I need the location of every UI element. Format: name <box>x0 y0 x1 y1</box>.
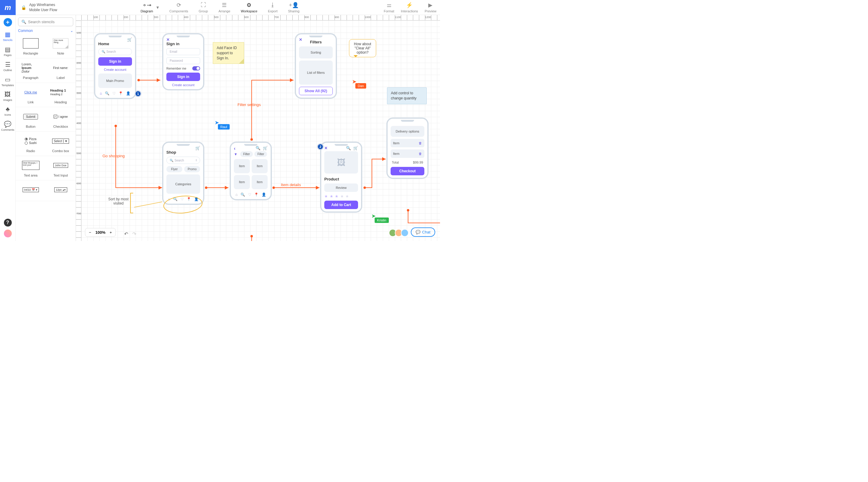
user-icon[interactable]: 👤 <box>194 197 198 201</box>
home-signin-button[interactable]: Sign in <box>98 57 132 66</box>
home-promo[interactable]: Main Promo <box>98 73 132 88</box>
pin-icon[interactable]: 📍 <box>187 197 191 201</box>
cart-icon[interactable]: 🛒 <box>353 146 358 150</box>
close-icon[interactable]: ✕ <box>299 37 302 42</box>
stencil-category-select[interactable]: Common⌄ <box>18 29 73 33</box>
add-button[interactable]: + <box>4 18 12 27</box>
trash-icon[interactable]: 🗑 <box>418 152 422 155</box>
signin-password[interactable]: Password <box>166 57 200 64</box>
phone-filters[interactable]: ✕ Filters Sorting List of filters Show A… <box>295 33 337 99</box>
item-card[interactable]: Item <box>234 159 250 173</box>
add-to-cart-button[interactable]: Add to Cart <box>324 201 358 209</box>
rail-pages[interactable]: ▤Pages <box>4 46 12 57</box>
cart-icon[interactable]: 🛒 <box>127 37 132 42</box>
canvas[interactable]: 100200300400500600700800900100011001200 … <box>76 15 440 241</box>
filter-chip-2[interactable]: Filter <box>254 151 267 157</box>
home-icon[interactable]: ⌂ <box>236 193 238 197</box>
item-card[interactable]: Item <box>252 159 268 173</box>
items-tabbar[interactable]: ⌂🔍♡📍👤 <box>234 193 268 197</box>
heart-icon[interactable]: ♡ <box>248 193 251 197</box>
shop-tabbar[interactable]: ⌂🔍♡📍👤 <box>166 197 200 201</box>
filters-showall[interactable]: Show All (92) <box>299 87 333 95</box>
search-icon[interactable]: 🔍 <box>346 146 351 150</box>
search-stencils-input[interactable]: 🔍Search stencils <box>18 18 73 26</box>
rail-images[interactable]: 🖼Images <box>3 91 12 101</box>
stencil-datepicker[interactable]: 04/22📅 ▾ <box>16 181 46 201</box>
zoom-control[interactable]: −100%+ <box>85 228 116 237</box>
filters-list[interactable]: List of filters <box>299 61 333 85</box>
chevron-down-icon[interactable]: ▾ <box>156 4 159 10</box>
close-icon[interactable]: ✕ <box>324 146 328 150</box>
toolbar-arrange[interactable]: ☰Arrange <box>218 2 230 13</box>
cart-icon[interactable]: 🛒 <box>263 146 268 150</box>
stencil-radio[interactable]: PizzaSushiRadio <box>16 132 46 156</box>
zoom-in[interactable]: + <box>110 230 112 235</box>
stencil-textarea[interactable]: Dear Moqups, I love you!Text area <box>16 156 46 181</box>
phone-delivery[interactable]: Delivery options Item🗑 Item🗑 Total$99.99… <box>386 118 429 179</box>
search-icon[interactable]: 🔍 <box>255 146 260 150</box>
cart-icon[interactable]: 🛒 <box>195 146 200 150</box>
mic-icon[interactable]: ⫴ <box>195 158 197 162</box>
stencil-note[interactable]: One more thing..Note <box>46 34 76 59</box>
chat-button[interactable]: 💬Chat <box>411 227 435 237</box>
filter-icon[interactable]: ▼ <box>234 152 238 156</box>
shop-categories[interactable]: Categories <box>166 174 200 194</box>
signin-email[interactable]: Email <box>166 48 200 55</box>
stencil-heading[interactable]: Heading 1Heading 2Heading <box>46 83 76 107</box>
delivery-item-2[interactable]: Item🗑 <box>391 150 424 158</box>
search-tab-icon[interactable]: 🔍 <box>173 197 178 201</box>
collaborator-avatars[interactable] <box>391 229 409 237</box>
pin-icon[interactable]: 📍 <box>254 193 258 197</box>
stencil-button[interactable]: SubmitButton <box>16 107 46 132</box>
checkout-button[interactable]: Checkout <box>391 167 424 175</box>
back-icon[interactable]: ‹ <box>234 146 236 151</box>
toolbar-format[interactable]: ⚌Format <box>384 2 394 13</box>
toolbar-components[interactable]: ⟳Components <box>169 2 188 13</box>
filter-chip-1[interactable]: Filter <box>240 151 253 157</box>
user-avatar[interactable] <box>4 230 12 237</box>
zoom-out[interactable]: − <box>89 230 91 235</box>
rail-stencils[interactable]: ▦Stencils <box>3 31 13 41</box>
phone-product[interactable]: ✕ 🔍🛒 🖼 Product Review ★ ★ ★ ★ ★ Add to C… <box>320 141 362 213</box>
item-card[interactable]: Item <box>234 175 250 189</box>
undo-button[interactable]: ↶ <box>124 231 128 237</box>
signin-remember[interactable]: Remember me <box>166 66 200 70</box>
home-icon[interactable]: ⌂ <box>100 91 102 96</box>
home-search[interactable]: 🔍Search <box>98 48 132 55</box>
toolbar-group[interactable]: ⛶Group <box>198 2 208 13</box>
stencil-textinput[interactable]: John DoeText Input <box>46 156 76 181</box>
phone-home[interactable]: 🛒 Home 🔍Search Sign in Create account Ma… <box>94 33 136 99</box>
stencil-paragraph[interactable]: Lorem,IpsumDolorParagraph <box>16 59 46 83</box>
phone-shop[interactable]: 🛒 Shop 🔍Search⫴ FlyerPromo Categories ⌂🔍… <box>162 141 204 205</box>
rail-comments[interactable]: 💬Comments <box>1 121 14 131</box>
heart-icon[interactable]: ♡ <box>181 197 184 201</box>
phone-signin[interactable]: ✕ Sign in Email Password Remember me Sig… <box>162 33 204 90</box>
delivery-item-1[interactable]: Item🗑 <box>391 139 424 147</box>
app-logo[interactable]: m <box>0 0 16 15</box>
stencil-combo[interactable]: Select▼Combo box <box>46 132 76 156</box>
help-button[interactable]: ? <box>4 219 12 227</box>
stencil-label[interactable]: First name:Label <box>46 59 76 83</box>
trash-icon[interactable]: 🗑 <box>418 141 422 145</box>
signin-create-link[interactable]: Create account <box>166 83 200 87</box>
phone-items[interactable]: ‹ 🔍🛒 ▼FilterFilter Item Item Item Item ⌂… <box>230 141 272 200</box>
pin-icon[interactable]: 📍 <box>119 91 123 96</box>
user-icon[interactable]: 👤 <box>261 193 266 197</box>
doc-title[interactable]: Mobile User Flow <box>29 7 57 13</box>
search-tab-icon[interactable]: 🔍 <box>241 193 245 197</box>
note-quantity[interactable]: Add control to change quantity <box>387 87 427 104</box>
shop-promo[interactable]: Promo <box>184 166 200 172</box>
toolbar-diagram[interactable]: ⚬⊸Diagram <box>141 2 153 13</box>
doc-folder[interactable]: App Wireframes <box>29 2 57 7</box>
callout-clearall[interactable]: How about "Clear All" option? <box>349 39 376 57</box>
stencil-rectangle[interactable]: Rectangle <box>16 34 46 59</box>
product-rating[interactable]: ★ ★ ★ ★ ★ <box>324 194 358 198</box>
home-tabbar[interactable]: ⌂🔍♡📍👤 <box>98 91 132 96</box>
stencil-link[interactable]: Click meLink <box>16 83 46 107</box>
toolbar-export[interactable]: ⭳Export <box>268 2 278 13</box>
user-icon[interactable]: 👤 <box>126 91 130 96</box>
rail-outline[interactable]: ☰Outline <box>3 61 12 72</box>
rail-templates[interactable]: ▭Templates <box>1 76 14 87</box>
redo-button[interactable]: ↷ <box>132 231 136 237</box>
toolbar-interactions[interactable]: ⚡Interactions <box>401 2 418 13</box>
